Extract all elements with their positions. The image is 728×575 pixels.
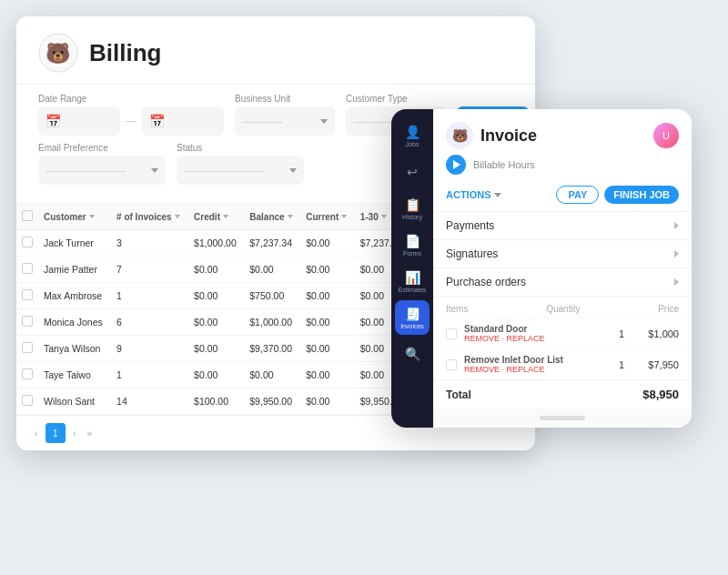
email-preference-filter: Email Preference ———————— bbox=[38, 143, 166, 185]
items-header: Items Quantity Price bbox=[433, 296, 692, 318]
1-30-sort-icon[interactable] bbox=[381, 215, 387, 218]
sidebar-item-estimates[interactable]: 📊 Estimates bbox=[395, 264, 430, 298]
item-2-replace-link[interactable]: REPLACE bbox=[507, 365, 545, 374]
back-icon: ↩ bbox=[407, 165, 418, 179]
sidebar-item-history[interactable]: 📋 History bbox=[395, 191, 430, 226]
invoice-action-buttons: PAY FINISH JOB bbox=[556, 186, 679, 204]
date-start-input[interactable]: 📅 bbox=[38, 106, 120, 136]
status-label: Status bbox=[177, 143, 304, 153]
estimates-icon: 📊 bbox=[405, 270, 420, 285]
invoice-item-1: Standard Door REMOVE · REPLACE 1 $1,000 bbox=[433, 318, 692, 348]
item-1-replace-link[interactable]: REPLACE bbox=[507, 334, 545, 343]
date-range-label: Date Range bbox=[38, 94, 224, 104]
sidebar-item-invoices[interactable]: 🧾 Invoices bbox=[395, 300, 430, 335]
invoice-item-2: Remove Inlet Door List REMOVE · REPLACE … bbox=[433, 348, 692, 379]
business-unit-label: Business Unit bbox=[235, 94, 335, 104]
invoices-sort-icon[interactable] bbox=[175, 215, 180, 218]
next-page-button[interactable]: › bbox=[69, 426, 80, 440]
finish-job-button[interactable]: FINISH JOB bbox=[604, 186, 679, 204]
row-checkbox[interactable] bbox=[22, 395, 33, 406]
customer-sort-icon[interactable] bbox=[89, 215, 95, 218]
purchase-orders-chevron-icon bbox=[674, 278, 679, 286]
invoice-header: 🐻 Invoice U bbox=[433, 109, 692, 155]
row-checkbox[interactable] bbox=[22, 368, 33, 379]
brand-logo-icon: 🐻 bbox=[38, 33, 78, 73]
balance-sort-icon[interactable] bbox=[288, 215, 293, 218]
business-unit-filter: Business Unit ———— bbox=[235, 94, 335, 136]
payments-section[interactable]: Payments bbox=[433, 211, 692, 239]
chevron-down-icon-3 bbox=[151, 168, 158, 173]
chevron-down-icon bbox=[320, 119, 328, 124]
user-avatar: U bbox=[653, 123, 679, 148]
pay-button[interactable]: PAY bbox=[556, 186, 599, 204]
invoice-title: Invoice bbox=[480, 126, 537, 146]
row-checkbox[interactable] bbox=[22, 263, 33, 274]
play-button[interactable] bbox=[446, 155, 466, 175]
row-checkbox[interactable] bbox=[22, 289, 33, 300]
page-1-button[interactable]: 1 bbox=[46, 423, 66, 443]
row-checkbox[interactable] bbox=[22, 237, 33, 247]
select-all-checkbox[interactable] bbox=[22, 210, 33, 221]
jobs-icon: 👤 bbox=[405, 125, 420, 139]
actions-dropdown-button[interactable]: ACTIONS bbox=[446, 189, 501, 200]
status-select[interactable]: ———————— bbox=[177, 156, 304, 185]
customer-type-label: Customer Type bbox=[346, 94, 446, 104]
date-end-input[interactable]: 📅 bbox=[142, 106, 224, 136]
billing-header: 🐻 Billing bbox=[16, 16, 535, 85]
signatures-chevron-icon bbox=[674, 250, 679, 257]
billable-hours-label: Billable Hours bbox=[473, 159, 535, 170]
prev-page-button[interactable]: ‹ bbox=[31, 426, 42, 440]
sidebar-item-jobs[interactable]: 👤 Jobs bbox=[395, 118, 430, 153]
invoice-sidebar: 👤 Jobs ↩ 📋 History 📄 Forms 📊 Estimates 🧾… bbox=[391, 109, 433, 428]
business-unit-select[interactable]: ———— bbox=[235, 106, 335, 136]
item-1-remove-link[interactable]: REMOVE bbox=[464, 334, 500, 343]
item-2-remove-link[interactable]: REMOVE bbox=[464, 365, 500, 374]
actions-chevron-icon bbox=[494, 193, 501, 197]
calendar-end-icon: 📅 bbox=[149, 114, 165, 128]
svg-text:🐻: 🐻 bbox=[46, 41, 71, 66]
email-preference-label: Email Preference bbox=[38, 143, 166, 153]
play-triangle-icon bbox=[453, 160, 460, 169]
chevron-down-icon-4 bbox=[289, 168, 297, 173]
signatures-section[interactable]: Signatures bbox=[433, 239, 692, 267]
last-page-button[interactable]: » bbox=[83, 426, 96, 440]
payments-chevron-icon bbox=[674, 222, 679, 229]
row-checkbox[interactable] bbox=[22, 342, 33, 353]
invoices-icon: 🧾 bbox=[405, 307, 420, 321]
sidebar-item-forms[interactable]: 📄 Forms bbox=[395, 227, 430, 262]
invoice-logo: 🐻 bbox=[446, 122, 473, 149]
forms-icon: 📄 bbox=[405, 234, 420, 248]
sidebar-item-search[interactable]: 🔍 bbox=[395, 337, 430, 371]
history-icon: 📋 bbox=[405, 197, 420, 212]
current-sort-icon[interactable] bbox=[341, 215, 347, 218]
item-2-checkbox[interactable] bbox=[446, 359, 457, 370]
page-title: Billing bbox=[89, 39, 161, 67]
purchase-orders-section[interactable]: Purchase orders bbox=[433, 267, 692, 296]
calendar-start-icon: 📅 bbox=[46, 114, 61, 128]
credit-sort-icon[interactable] bbox=[223, 215, 228, 218]
item-1-checkbox[interactable] bbox=[446, 328, 457, 339]
email-preference-select[interactable]: ———————— bbox=[38, 156, 166, 185]
row-checkbox[interactable] bbox=[22, 316, 33, 327]
invoice-actions-row: ACTIONS PAY FINISH JOB bbox=[433, 182, 692, 211]
footer-pill bbox=[540, 416, 585, 420]
search-icon: 🔍 bbox=[405, 347, 420, 361]
invoice-content: 🐻 Invoice U Billable Hours ACTIONS PAY bbox=[433, 109, 692, 428]
invoice-subheader: Billable Hours bbox=[433, 155, 692, 182]
sidebar-item-back[interactable]: ↩ bbox=[395, 155, 430, 189]
status-filter: Status ———————— bbox=[177, 143, 304, 185]
invoice-panel: 👤 Jobs ↩ 📋 History 📄 Forms 📊 Estimates 🧾… bbox=[391, 109, 692, 428]
total-row: Total $8,950 bbox=[433, 379, 692, 409]
invoice-footer bbox=[433, 409, 692, 428]
date-range-filter: Date Range 📅 — 📅 bbox=[38, 94, 224, 136]
